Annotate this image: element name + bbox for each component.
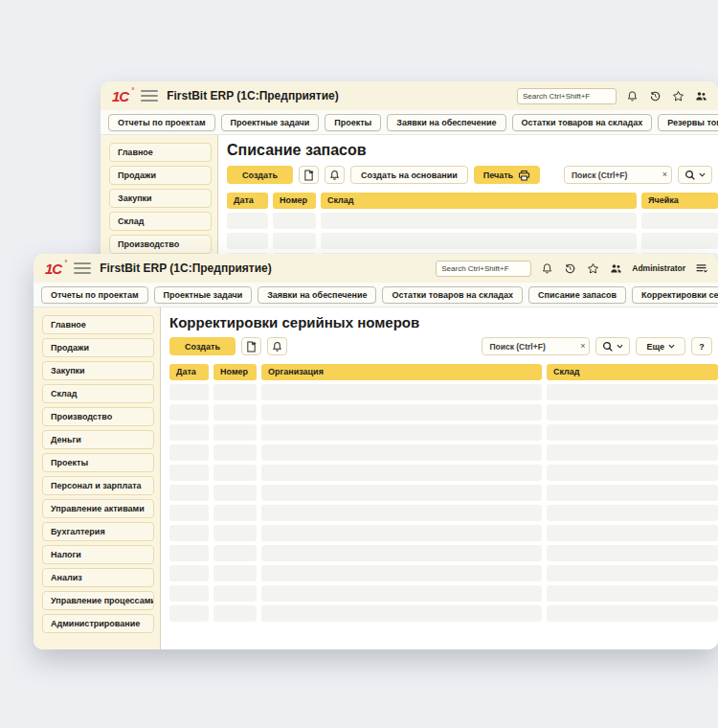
- sidebar-item[interactable]: Деньги: [42, 430, 154, 449]
- column-header[interactable]: Склад: [321, 193, 637, 209]
- table-cell-skeleton: [169, 485, 209, 501]
- table-row[interactable]: [169, 585, 718, 602]
- column-header[interactable]: Ячейка: [641, 193, 718, 209]
- copy-document-button[interactable]: [241, 337, 261, 355]
- column-header[interactable]: Дата: [227, 193, 268, 209]
- table-cell-skeleton: [213, 545, 257, 561]
- table-cell-skeleton: [321, 213, 637, 229]
- discussions-users-icon[interactable]: [694, 89, 708, 103]
- sidebar-item[interactable]: Главное: [42, 315, 154, 334]
- column-header[interactable]: Организация: [261, 364, 542, 380]
- tab[interactable]: Проектные задачи: [221, 114, 320, 131]
- main-menu-icon[interactable]: [74, 262, 91, 274]
- notify-bell-button[interactable]: [267, 337, 287, 355]
- tab[interactable]: Резервы товаров: [658, 114, 718, 131]
- tab[interactable]: Проектные задачи: [154, 286, 253, 304]
- global-search-input[interactable]: [517, 88, 617, 104]
- main-menu-icon[interactable]: [141, 90, 158, 102]
- global-search-input[interactable]: [436, 261, 531, 277]
- create-button[interactable]: Создать: [227, 166, 293, 184]
- favorites-star-icon[interactable]: [586, 262, 600, 276]
- table-row[interactable]: [169, 465, 718, 481]
- sidebar-item[interactable]: Анализ: [42, 568, 154, 587]
- table-cell-skeleton: [169, 505, 209, 521]
- table-cell-skeleton: [261, 444, 542, 461]
- tab[interactable]: Отчеты по проектам: [41, 286, 148, 304]
- sidebar-item[interactable]: Налоги: [42, 545, 154, 564]
- global-menu-icon[interactable]: [694, 262, 708, 276]
- search-options-button[interactable]: [595, 337, 630, 355]
- user-name[interactable]: Administrator: [632, 263, 685, 273]
- title-bar: 1С° FirstBit ERP (1С:Предприятие) Admini…: [34, 254, 718, 283]
- table-row[interactable]: [169, 505, 718, 521]
- favorites-star-icon[interactable]: [671, 89, 685, 103]
- table-row[interactable]: [169, 485, 718, 501]
- column-header[interactable]: Номер: [213, 364, 257, 380]
- tab[interactable]: Списание запасов: [528, 286, 626, 304]
- sidebar-item[interactable]: Главное: [109, 143, 212, 162]
- sidebar-item[interactable]: Бухгалтерия: [42, 522, 154, 541]
- sidebar-item[interactable]: Производство: [109, 235, 212, 254]
- history-icon[interactable]: [648, 89, 662, 103]
- tab[interactable]: Заявки на обеспечение: [387, 114, 505, 131]
- create-button[interactable]: Создать: [169, 337, 236, 355]
- tab[interactable]: Заявки на обеспечение: [258, 286, 376, 304]
- notifications-bell-icon[interactable]: [625, 89, 639, 103]
- table-row[interactable]: [169, 384, 718, 400]
- page-title: Списание запасов: [227, 142, 718, 159]
- tab[interactable]: Остатки товаров на складах: [382, 286, 523, 304]
- history-icon[interactable]: [563, 262, 577, 276]
- sidebar-item[interactable]: Продажи: [109, 166, 212, 185]
- sidebar-item[interactable]: Продажи: [42, 338, 154, 357]
- sidebar-item[interactable]: Производство: [42, 407, 154, 426]
- discussions-users-icon[interactable]: [609, 262, 623, 276]
- table-row[interactable]: [169, 565, 718, 581]
- sidebar-item[interactable]: Закупки: [109, 189, 212, 208]
- notify-bell-button[interactable]: [325, 166, 345, 184]
- help-button[interactable]: ?: [691, 337, 712, 355]
- table-row[interactable]: [227, 213, 718, 229]
- app-title: FirstBit ERP (1С:Предприятие): [100, 262, 272, 275]
- tab[interactable]: Корректировки серийных номеров: [632, 286, 718, 304]
- sidebar-item[interactable]: Управление процессами: [42, 591, 154, 610]
- search-options-button[interactable]: [678, 166, 712, 184]
- column-header[interactable]: Дата: [169, 364, 209, 380]
- create-based-on-button[interactable]: Создать на основании: [350, 166, 468, 184]
- column-header[interactable]: Склад: [547, 364, 718, 380]
- bell-icon: [272, 341, 282, 353]
- sidebar-item[interactable]: Персонал и зарплата: [42, 476, 154, 495]
- table-row[interactable]: [169, 444, 718, 461]
- table-row[interactable]: [169, 525, 718, 541]
- sidebar-item[interactable]: Склад: [109, 212, 212, 231]
- copy-document-button[interactable]: [299, 166, 319, 184]
- list-search-input[interactable]: [482, 337, 590, 355]
- table-cell-skeleton: [321, 233, 637, 249]
- notifications-bell-icon[interactable]: [540, 262, 554, 276]
- print-button[interactable]: Печать: [474, 166, 540, 184]
- table-cell-skeleton: [169, 424, 209, 441]
- sidebar-item[interactable]: Проекты: [42, 453, 154, 472]
- 1c-logo: 1С°: [45, 262, 65, 276]
- table-row[interactable]: [169, 605, 718, 622]
- clear-search-icon[interactable]: ×: [580, 342, 585, 351]
- tab[interactable]: Остатки товаров на складах: [512, 114, 653, 131]
- table-cell-skeleton: [169, 525, 209, 541]
- app-title: FirstBit ERP (1С:Предприятие): [167, 89, 339, 102]
- tab[interactable]: Проекты: [325, 114, 381, 131]
- clear-search-icon[interactable]: ×: [662, 171, 667, 179]
- table-row[interactable]: [169, 404, 718, 421]
- sidebar-item[interactable]: Управление активами: [42, 499, 154, 518]
- list-search-input[interactable]: [564, 166, 672, 184]
- more-button[interactable]: Еще: [636, 337, 685, 355]
- table-cell-skeleton: [213, 384, 257, 400]
- table-row[interactable]: [169, 424, 718, 441]
- table-cell-skeleton: [261, 424, 542, 441]
- sidebar-item[interactable]: Склад: [42, 384, 154, 403]
- table-row[interactable]: [169, 545, 718, 561]
- table-row[interactable]: [227, 233, 718, 249]
- sidebar-item[interactable]: Закупки: [42, 361, 154, 380]
- tab[interactable]: Отчеты по проектам: [108, 114, 215, 131]
- column-header[interactable]: Номер: [273, 193, 316, 209]
- sidebar-item[interactable]: Администрирование: [42, 614, 154, 633]
- table-cell-skeleton: [213, 585, 257, 602]
